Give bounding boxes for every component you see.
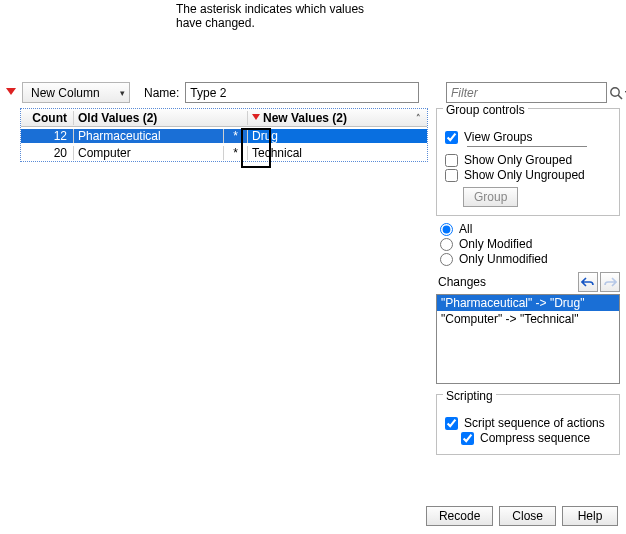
change-item[interactable]: "Computer" -> "Technical": [437, 311, 619, 327]
table-header: Count Old Values (2) New Values (2) ˄: [21, 109, 427, 127]
cell-old: Computer: [73, 146, 223, 160]
column-combo[interactable]: New Column ▾: [22, 82, 130, 103]
change-item[interactable]: "Pharmaceutical" -> "Drug": [437, 295, 619, 311]
svg-marker-0: [6, 88, 16, 95]
filter-modified-radio[interactable]: Only Modified: [440, 237, 620, 251]
col-new-label: New Values (2): [263, 111, 347, 125]
redo-button[interactable]: [600, 272, 620, 292]
recode-button[interactable]: Recode: [426, 506, 493, 526]
view-groups-label: View Groups: [464, 130, 532, 144]
svg-point-1: [611, 87, 619, 95]
table-row[interactable]: 12 Pharmaceutical * Drug: [21, 127, 427, 144]
undo-button[interactable]: [578, 272, 598, 292]
svg-line-2: [618, 95, 622, 99]
search-icon[interactable]: [609, 85, 623, 101]
script-sequence-check[interactable]: Script sequence of actions: [445, 416, 611, 430]
filter-unmodified-radio[interactable]: Only Unmodified: [440, 252, 620, 266]
filter-all-radio[interactable]: All: [440, 222, 620, 236]
show-only-ungrouped-label: Show Only Ungrouped: [464, 168, 585, 182]
show-only-ungrouped-check[interactable]: Show Only Ungrouped: [445, 168, 611, 182]
filter-unmodified-label: Only Unmodified: [459, 252, 548, 266]
scripting-legend: Scripting: [443, 389, 496, 395]
script-sequence-label: Script sequence of actions: [464, 416, 605, 430]
group-controls-fieldset: Group controls View Groups Show Only Gro…: [436, 108, 620, 216]
cell-old: Pharmaceutical: [73, 129, 223, 143]
changes-list[interactable]: "Pharmaceutical" -> "Drug" "Computer" ->…: [436, 294, 620, 384]
compress-sequence-check[interactable]: Compress sequence: [461, 431, 611, 445]
col-new-header[interactable]: New Values (2) ˄: [247, 111, 427, 125]
show-only-grouped-label: Show Only Grouped: [464, 153, 572, 167]
compress-sequence-label: Compress sequence: [480, 431, 590, 445]
filter-radio-group: All Only Modified Only Unmodified: [440, 222, 620, 266]
col-old-header[interactable]: Old Values (2): [73, 111, 223, 125]
column-combo-label: New Column: [31, 86, 100, 100]
name-input[interactable]: [185, 82, 419, 103]
cell-new[interactable]: Drug: [247, 129, 427, 143]
cell-new[interactable]: Technical: [247, 146, 427, 160]
close-button[interactable]: Close: [499, 506, 556, 526]
show-only-grouped-check[interactable]: Show Only Grouped: [445, 153, 611, 167]
col-count-header[interactable]: Count: [21, 111, 73, 125]
help-button[interactable]: Help: [562, 506, 618, 526]
column-menu-icon[interactable]: [252, 114, 260, 122]
table-row[interactable]: 20 Computer * Technical: [21, 144, 427, 161]
group-controls-legend: Group controls: [443, 103, 528, 109]
scripting-fieldset: Scripting Script sequence of actions Com…: [436, 394, 620, 455]
chevron-down-icon: ▾: [120, 88, 125, 98]
cell-count: 12: [21, 129, 73, 143]
sort-asc-icon: ˄: [416, 113, 427, 123]
group-button[interactable]: Group: [463, 187, 518, 207]
cell-count: 20: [21, 146, 73, 160]
cell-asterisk: *: [223, 146, 247, 160]
cell-asterisk: *: [223, 129, 247, 143]
mapping-table: Count Old Values (2) New Values (2) ˄ 12…: [20, 108, 428, 162]
svg-marker-3: [252, 114, 260, 120]
view-groups-check[interactable]: View Groups: [445, 130, 611, 144]
asterisk-instruction: The asterisk indicates which values have…: [176, 2, 376, 31]
filter-all-label: All: [459, 222, 472, 236]
changes-label: Changes: [438, 275, 486, 289]
filter-input[interactable]: [446, 82, 607, 103]
menu-icon[interactable]: [6, 88, 16, 98]
filter-modified-label: Only Modified: [459, 237, 532, 251]
name-label: Name:: [144, 86, 179, 100]
